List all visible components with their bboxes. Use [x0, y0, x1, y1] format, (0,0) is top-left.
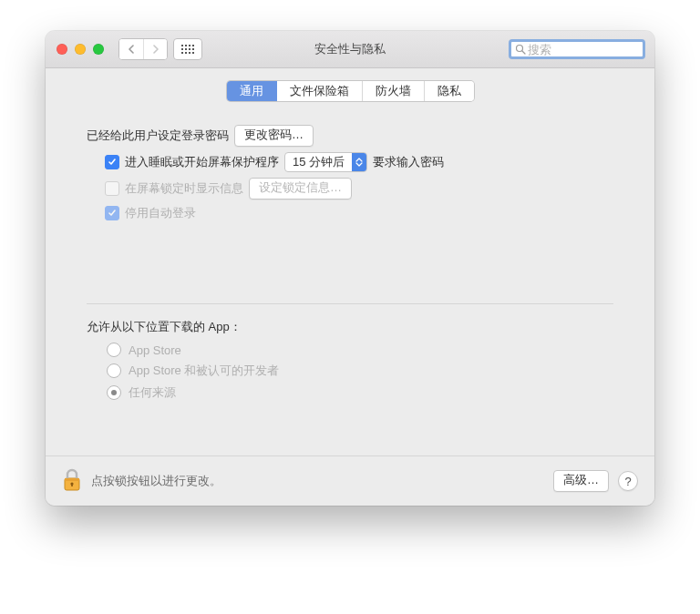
lock-hint-text: 点按锁按钮以进行更改。 — [91, 473, 544, 489]
change-password-button[interactable]: 更改密码… — [234, 125, 314, 147]
traffic-lights — [57, 44, 104, 55]
check-icon — [108, 158, 117, 167]
back-button[interactable] — [119, 39, 143, 59]
svg-rect-7 — [192, 48, 194, 50]
lock-button[interactable] — [62, 468, 82, 495]
search-input[interactable] — [526, 42, 639, 57]
allow-download-title: 允许从以下位置下载的 App： — [87, 319, 613, 335]
svg-rect-0 — [181, 45, 183, 46]
radio-anywhere: 任何来源 — [107, 384, 613, 401]
require-password-label: 进入睡眠或开始屏幕保护程序 — [125, 154, 279, 170]
svg-rect-17 — [71, 484, 73, 486]
grid-icon — [181, 45, 194, 54]
radio-app-store: App Store — [107, 343, 613, 357]
svg-rect-10 — [189, 52, 190, 54]
svg-rect-2 — [189, 45, 190, 46]
require-password-checkbox[interactable] — [105, 155, 119, 169]
zoom-window-button[interactable] — [93, 44, 104, 55]
help-button[interactable]: ? — [618, 471, 638, 491]
password-set-label: 已经给此用户设定登录密码 — [87, 128, 229, 144]
svg-rect-1 — [185, 45, 187, 46]
allow-download-options: App Store App Store 和被认可的开发者 任何来源 — [87, 343, 613, 455]
svg-rect-6 — [189, 48, 190, 50]
disable-auto-login-checkbox — [105, 206, 119, 220]
require-password-suffix: 要求输入密码 — [373, 154, 444, 170]
tab-general[interactable]: 通用 — [227, 81, 276, 101]
preferences-window: 安全性与隐私 通用 文件保险箱 防火墙 隐私 已经给此用户设定登录密码 更改密码… — [46, 31, 654, 506]
show-all-button[interactable] — [173, 38, 202, 60]
tab-filevault[interactable]: 文件保险箱 — [276, 81, 362, 101]
disable-auto-login-row: 停用自动登录 — [87, 205, 613, 221]
tab-privacy[interactable]: 隐私 — [424, 81, 474, 101]
advanced-button[interactable]: 高级… — [553, 470, 609, 492]
show-message-label: 在屏幕锁定时显示信息 — [125, 180, 243, 197]
disable-auto-login-label: 停用自动登录 — [125, 205, 196, 221]
radio-icon — [107, 343, 121, 357]
svg-rect-8 — [181, 52, 183, 54]
show-message-checkbox — [105, 181, 119, 196]
password-row: 已经给此用户设定登录密码 更改密码… — [87, 125, 613, 147]
close-window-button[interactable] — [57, 44, 67, 55]
svg-line-13 — [522, 51, 525, 54]
radio-identified-devs: App Store 和被认可的开发者 — [107, 363, 613, 379]
titlebar: 安全性与隐私 — [46, 31, 654, 68]
show-message-row: 在屏幕锁定时显示信息 设定锁定信息… — [87, 178, 613, 200]
radio-icon — [107, 363, 121, 378]
svg-rect-5 — [185, 48, 187, 50]
check-icon — [108, 209, 117, 218]
svg-rect-15 — [65, 478, 79, 481]
content-general: 已经给此用户设定登录密码 更改密码… 进入睡眠或开始屏幕保护程序 15 分钟后 … — [46, 110, 654, 455]
require-password-delay-value: 15 分钟后 — [285, 153, 352, 171]
svg-rect-3 — [192, 45, 194, 46]
chevron-left-icon — [128, 45, 135, 54]
set-lock-message-button: 设定锁定信息… — [249, 178, 352, 200]
tab-firewall[interactable]: 防火墙 — [362, 81, 424, 101]
require-password-delay-select[interactable]: 15 分钟后 — [284, 152, 367, 172]
svg-rect-9 — [185, 52, 187, 54]
search-icon — [515, 44, 526, 55]
lock-icon — [62, 468, 82, 492]
tab-bar: 通用 文件保险箱 防火墙 隐私 — [46, 68, 654, 110]
svg-rect-4 — [181, 48, 183, 50]
chevron-right-icon — [152, 45, 160, 54]
svg-point-12 — [517, 46, 523, 52]
svg-rect-11 — [192, 52, 194, 54]
nav-back-forward — [118, 38, 168, 60]
stepper-icon — [352, 153, 366, 171]
search-field[interactable] — [509, 39, 645, 59]
radio-icon — [107, 385, 121, 400]
divider — [87, 303, 613, 304]
minimize-window-button[interactable] — [75, 44, 86, 55]
forward-button[interactable] — [143, 39, 167, 59]
require-password-row: 进入睡眠或开始屏幕保护程序 15 分钟后 要求输入密码 — [87, 152, 613, 172]
footer: 点按锁按钮以进行更改。 高级… ? — [46, 455, 654, 506]
